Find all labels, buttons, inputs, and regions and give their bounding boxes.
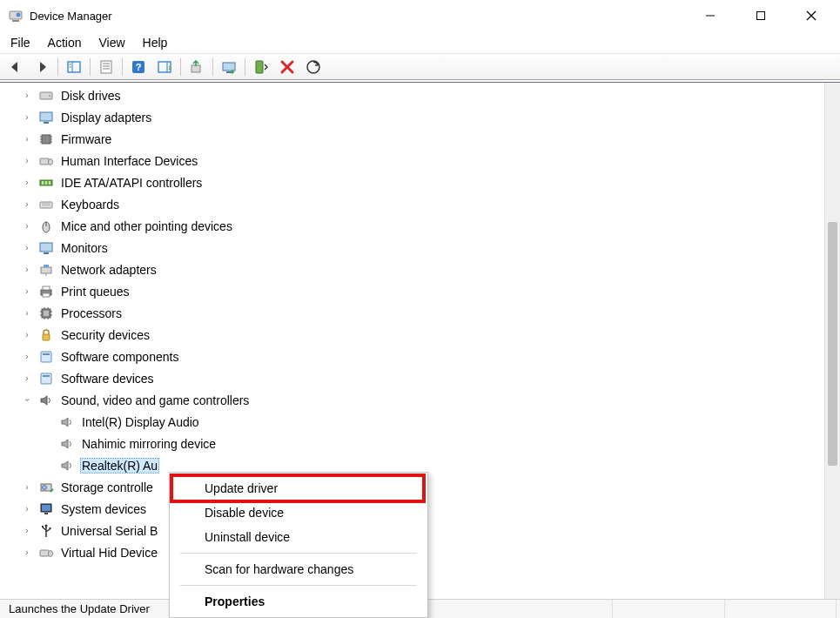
- svg-rect-17: [158, 62, 171, 72]
- back-button[interactable]: [3, 56, 28, 78]
- category-label: Sound, video and game controllers: [59, 393, 251, 408]
- chevron-right-icon[interactable]: ›: [21, 243, 33, 252]
- chevron-right-icon[interactable]: ›: [21, 330, 33, 339]
- ctx-update-driver[interactable]: Update driver: [170, 476, 427, 500]
- software-icon: [38, 371, 54, 386]
- properties-button[interactable]: [94, 56, 118, 78]
- svg-text:?: ?: [136, 62, 142, 72]
- scroll-thumb[interactable]: [828, 222, 837, 466]
- svg-rect-19: [192, 65, 200, 72]
- minimize-button[interactable]: [685, 0, 736, 31]
- svg-rect-35: [40, 158, 49, 165]
- category-hid[interactable]: › Human Interface Devices: [0, 150, 840, 171]
- category-disk-drives[interactable]: › Disk drives: [0, 84, 840, 106]
- ctx-scan-hardware[interactable]: Scan for hardware changes: [170, 557, 427, 581]
- show-hide-console-tree-button[interactable]: [62, 56, 86, 78]
- usb-icon: [38, 523, 54, 539]
- category-label: Network adapters: [59, 262, 158, 278]
- chevron-right-icon[interactable]: ›: [21, 373, 33, 383]
- svg-rect-1: [12, 20, 19, 22]
- svg-rect-78: [40, 550, 49, 556]
- chevron-right-icon[interactable]: ›: [21, 221, 33, 231]
- status-cell: [613, 600, 725, 618]
- update-driver-button[interactable]: [185, 56, 209, 78]
- category-processors[interactable]: › Processors: [0, 302, 840, 324]
- help-button[interactable]: ?: [126, 56, 151, 78]
- chevron-right-icon[interactable]: ›: [21, 286, 33, 296]
- keyboard-icon: [38, 197, 54, 212]
- category-label: Firmware: [59, 131, 113, 147]
- category-network[interactable]: › Network adapters: [0, 259, 840, 280]
- monitor-icon: [38, 240, 54, 256]
- category-label: Storage controlle: [59, 480, 155, 495]
- svg-rect-67: [41, 373, 51, 384]
- svg-rect-48: [41, 267, 51, 273]
- category-security-devices[interactable]: › Security devices: [0, 324, 840, 346]
- category-print-queues[interactable]: › Print queues: [0, 280, 840, 302]
- menu-file[interactable]: File: [3, 32, 41, 53]
- ctx-uninstall-device[interactable]: Uninstall device: [170, 525, 427, 549]
- device-intel-display-audio[interactable]: Intel(R) Display Audio: [0, 411, 840, 433]
- category-software-devices[interactable]: › Software devices: [0, 367, 840, 389]
- chevron-right-icon[interactable]: ›: [21, 178, 33, 187]
- ctx-separator: [180, 585, 417, 586]
- maximize-button[interactable]: [736, 0, 786, 31]
- display-icon: [38, 110, 54, 125]
- menu-help[interactable]: Help: [136, 32, 178, 53]
- chevron-right-icon[interactable]: ›: [21, 112, 33, 122]
- device-label: Realtek(R) Au: [80, 458, 159, 474]
- chevron-right-icon[interactable]: ›: [21, 526, 33, 535]
- network-icon: [38, 262, 54, 278]
- printer-icon: [38, 284, 54, 299]
- category-firmware[interactable]: › Firmware: [0, 128, 840, 150]
- category-monitors[interactable]: › Monitors: [0, 237, 840, 259]
- chevron-right-icon[interactable]: ›: [21, 134, 33, 144]
- disable-device-button[interactable]: [217, 56, 241, 78]
- enable-device-button[interactable]: [249, 56, 273, 78]
- category-label: Keyboards: [59, 197, 121, 212]
- svg-rect-65: [41, 352, 51, 362]
- chevron-right-icon[interactable]: ›: [21, 308, 33, 318]
- category-label: Display adapters: [59, 110, 153, 125]
- category-keyboards[interactable]: › Keyboards: [0, 193, 840, 215]
- category-label: Disk drives: [59, 88, 122, 104]
- category-software-components[interactable]: › Software components: [0, 346, 840, 367]
- sound-icon: [59, 458, 75, 474]
- svg-rect-11: [101, 61, 111, 73]
- action-pane-button[interactable]: [152, 56, 177, 78]
- chevron-right-icon[interactable]: ›: [21, 482, 33, 492]
- forward-button[interactable]: [30, 56, 54, 78]
- chevron-down-icon[interactable]: ›: [23, 394, 32, 406]
- ctx-disable-device[interactable]: Disable device: [170, 500, 427, 525]
- chevron-right-icon[interactable]: ›: [21, 504, 33, 514]
- chevron-right-icon[interactable]: ›: [21, 156, 33, 165]
- svg-rect-46: [40, 243, 52, 252]
- hid-icon: [38, 545, 54, 561]
- device-nahimic-mirroring[interactable]: Nahimic mirroring device: [0, 433, 840, 454]
- svg-rect-49: [44, 265, 49, 267]
- chevron-right-icon[interactable]: ›: [21, 352, 33, 361]
- category-display-adapters[interactable]: › Display adapters: [0, 106, 840, 128]
- ctx-properties[interactable]: Properties: [170, 589, 427, 614]
- chevron-right-icon[interactable]: ›: [21, 265, 33, 274]
- chevron-right-icon[interactable]: ›: [21, 547, 33, 557]
- menu-action[interactable]: Action: [41, 32, 92, 53]
- vertical-scrollbar[interactable]: [824, 83, 840, 599]
- chevron-right-icon[interactable]: ›: [21, 91, 33, 100]
- chevron-right-icon[interactable]: ›: [21, 199, 33, 209]
- sound-icon: [59, 436, 75, 452]
- category-label: IDE ATA/ATAPI controllers: [59, 175, 204, 191]
- svg-rect-28: [42, 135, 50, 144]
- category-mice[interactable]: › Mice and other pointing devices: [0, 215, 840, 237]
- sound-icon: [59, 414, 75, 430]
- svg-point-70: [43, 485, 47, 489]
- menu-view[interactable]: View: [91, 32, 135, 53]
- svg-rect-27: [44, 122, 49, 124]
- scan-hardware-button[interactable]: [301, 56, 326, 78]
- category-sound[interactable]: › Sound, video and game controllers: [0, 389, 840, 411]
- category-label: Monitors: [59, 240, 110, 256]
- category-ide[interactable]: › IDE ATA/ATAPI controllers: [0, 171, 840, 193]
- hid-icon: [38, 153, 54, 169]
- uninstall-device-button[interactable]: [275, 56, 299, 78]
- close-button[interactable]: [786, 0, 837, 31]
